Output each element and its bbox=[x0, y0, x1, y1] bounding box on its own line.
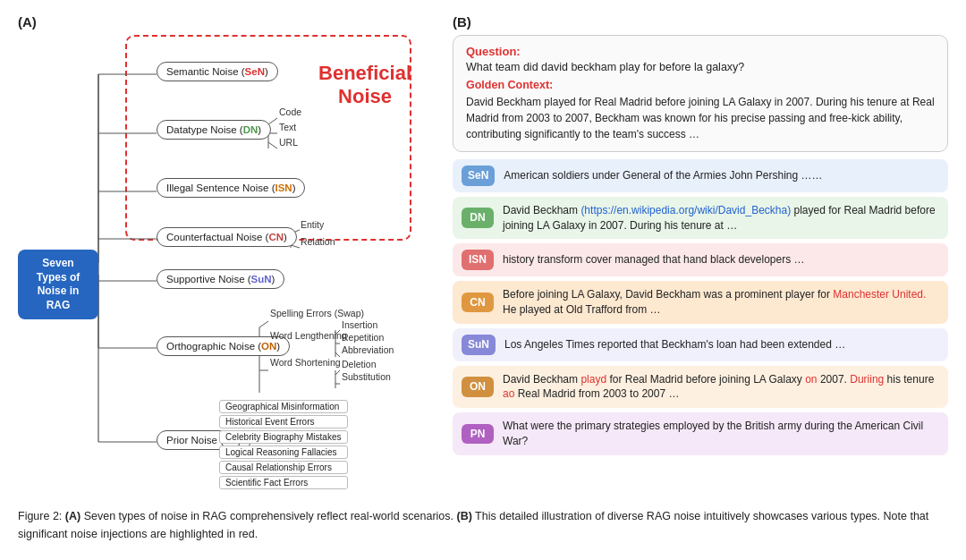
rag-card-isn-text: history transform cover managed that han… bbox=[503, 252, 805, 267]
badge-sun: SuN bbox=[462, 335, 496, 355]
dn-sub-url: URL bbox=[279, 137, 298, 148]
rag-card-sen: SeN American soldiers under General of t… bbox=[453, 159, 948, 192]
badge-cn: CN bbox=[462, 293, 494, 313]
badge-isn: ISN bbox=[462, 250, 494, 270]
rag-card-sun-text: Los Angeles Times reported that Beckham'… bbox=[504, 337, 845, 352]
on-sub-ws-del: Deletion bbox=[342, 359, 377, 369]
noise-node-sen: Semantic Noise (SeN) bbox=[157, 62, 278, 81]
panel-b: (B) Question: What team did david beckha… bbox=[453, 14, 948, 455]
on-sub-word-shortening: Word Shortening bbox=[270, 357, 341, 368]
figure-caption: Figure 2: (A) Seven types of noise in RA… bbox=[18, 507, 948, 543]
rag-card-dn: DN David Beckham (https://en.wikipedia.o… bbox=[453, 197, 948, 240]
golden-context-label: Golden Context: bbox=[466, 79, 935, 91]
noise-node-sun: Supportive Noise (SuN) bbox=[157, 269, 284, 289]
pn-sub-causal: Causal Relationship Errors bbox=[219, 461, 348, 474]
diagram-area: BeneficialNoise bbox=[18, 35, 438, 491]
beneficial-noise-label: BeneficialNoise bbox=[318, 62, 411, 109]
svg-line-25 bbox=[335, 370, 340, 375]
on-sub-word-lengthening: Word Lengthening bbox=[270, 330, 347, 341]
noise-node-isn: Illegal Sentence Noise (ISN) bbox=[157, 178, 305, 198]
panel-b-label: (B) bbox=[453, 14, 948, 30]
on-sub-wl-abb: Abbreviation bbox=[342, 344, 394, 355]
badge-dn: DN bbox=[462, 208, 494, 228]
dn-sub-code: Code bbox=[279, 106, 301, 117]
noise-node-dn: Datatype Noise (DN) bbox=[157, 120, 271, 140]
panel-a: (A) BeneficialNoise bbox=[18, 14, 438, 491]
pn-sub-geo: Geographical Misinformation bbox=[219, 400, 348, 413]
dn-sub-text: Text bbox=[279, 122, 296, 132]
rag-card-cn: CN Before joining LA Galaxy, David Beckh… bbox=[453, 281, 948, 324]
question-label: Question: bbox=[466, 45, 935, 58]
golden-context-text: David Beckham played for Real Madrid bef… bbox=[466, 94, 935, 142]
rag-card-dn-text: David Beckham (https://en.wikipedia.org/… bbox=[503, 203, 939, 233]
on-sub-wl-ins: Insertion bbox=[342, 319, 377, 330]
question-text: What team did david beckham play for bef… bbox=[466, 61, 935, 73]
figure-caption-text: Figure 2: (A) Seven types of noise in RA… bbox=[18, 510, 928, 540]
badge-sen: SeN bbox=[462, 165, 495, 186]
svg-line-18 bbox=[259, 321, 268, 327]
rag-card-sun: SuN Los Angeles Times reported that Beck… bbox=[453, 328, 948, 361]
cn-sub-entity: Entity bbox=[301, 219, 324, 230]
rag-card-on-text: David Beckham playd for Real Madrid befo… bbox=[503, 372, 939, 403]
rag-card-isn: ISN history transform cover managed that… bbox=[453, 243, 948, 276]
badge-pn: PN bbox=[462, 424, 494, 445]
rag-card-on: ON David Beckham playd for Real Madrid b… bbox=[453, 366, 948, 409]
cn-sub-relation: Relation bbox=[301, 236, 335, 247]
center-node: Seven Types of Noise in RAG bbox=[18, 250, 98, 319]
main-container: (A) BeneficialNoise bbox=[0, 0, 966, 554]
on-sub-wl-rep: Repetition bbox=[342, 332, 384, 343]
rag-card-sen-text: American soldiers under General of the A… bbox=[504, 168, 822, 183]
badge-on: ON bbox=[462, 377, 494, 397]
pn-sub-celeb: Celebrity Biography Mistakes bbox=[219, 430, 348, 444]
rag-cards: SeN American soldiers under General of t… bbox=[453, 159, 948, 455]
rag-card-pn: PN What were the primary strategies empl… bbox=[453, 412, 948, 455]
question-box: Question: What team did david beckham pl… bbox=[453, 35, 948, 152]
pn-sub-hist: Historical Event Errors bbox=[219, 415, 348, 428]
rag-card-cn-text: Before joining LA Galaxy, David Beckham … bbox=[503, 287, 939, 318]
content-row: (A) BeneficialNoise bbox=[18, 14, 948, 491]
rag-card-pn-text: What were the primary strategies employe… bbox=[503, 419, 939, 449]
on-sub-spelling: Spelling Errors (Swap) bbox=[270, 308, 364, 318]
noise-node-cn: Counterfactual Noise (CN) bbox=[157, 227, 297, 247]
panel-a-label: (A) bbox=[18, 14, 438, 30]
pn-sub-sci: Scientific Fact Errors bbox=[219, 476, 348, 489]
pn-sub-logic: Logical Reasoning Fallacies bbox=[219, 445, 348, 459]
on-sub-ws-sub: Substitution bbox=[342, 371, 391, 382]
